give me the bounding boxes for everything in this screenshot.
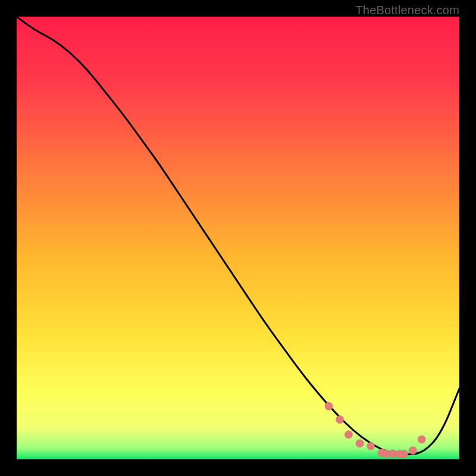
curve-marker (418, 436, 425, 443)
curve-marker (336, 415, 344, 423)
curve-marker (396, 450, 403, 458)
curve-marker (367, 442, 375, 450)
curve-marker (356, 440, 364, 447)
watermark-text: TheBottleneck.com (355, 4, 459, 17)
curve-marker (409, 447, 416, 455)
chart-stage: TheBottleneck.com (0, 0, 476, 476)
plot-frame (17, 17, 459, 459)
curve-marker (325, 402, 333, 410)
plot-svg (17, 17, 459, 459)
curve-marker (345, 431, 352, 439)
curve-marker (383, 450, 390, 458)
gradient-background (17, 17, 459, 459)
